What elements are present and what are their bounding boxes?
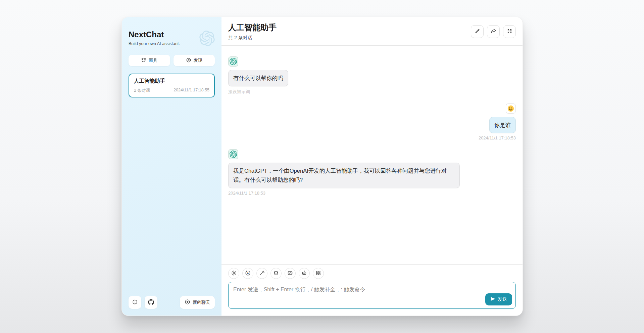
message-timestamp: 2024/11/1 17:18:53 — [479, 135, 516, 140]
robot-icon — [301, 270, 307, 277]
message-bubble[interactable]: 你是谁 — [489, 117, 516, 133]
masks-button[interactable]: 面具 — [129, 55, 170, 66]
sidebar-nav: 面具 发现 — [129, 55, 215, 66]
composer-toolbar: A — [228, 268, 516, 279]
message-bubble[interactable]: 有什么可以帮你的吗 — [228, 70, 288, 86]
github-button[interactable] — [145, 296, 157, 309]
rename-button[interactable] — [471, 25, 484, 38]
app-subtitle: Build your own AI assistant. — [129, 41, 180, 46]
share-icon — [491, 28, 496, 35]
settings-gear-icon — [231, 270, 237, 277]
settings-button[interactable] — [129, 296, 141, 309]
nextchat-window: NextChat Build your own AI assistant. 面具… — [121, 17, 523, 316]
chat-item-count: 2 条对话 — [134, 88, 150, 93]
settings-icon — [132, 299, 138, 306]
chat-input[interactable] — [228, 282, 516, 309]
mask-select-button[interactable] — [270, 268, 282, 279]
pencil-icon — [475, 28, 480, 35]
new-chat-label: 新的聊天 — [193, 299, 210, 305]
prompt-hints-button[interactable] — [256, 268, 267, 279]
share-button[interactable] — [487, 25, 500, 38]
discover-icon — [186, 57, 191, 64]
theme-toggle-button[interactable]: A — [242, 268, 253, 279]
model-select-button[interactable] — [299, 268, 310, 279]
bot-avatar-openai-icon — [228, 56, 238, 67]
magic-wand-icon — [259, 270, 265, 277]
chat-settings-button[interactable] — [228, 268, 239, 279]
plugins-button[interactable] — [313, 268, 324, 279]
chat-header: 人工智能助手 共 2 条对话 — [221, 17, 523, 46]
message-timestamp: 2024/11/1 17:18:53 — [228, 191, 265, 196]
nextchat-logo-icon — [199, 31, 215, 46]
discover-button[interactable]: 发现 — [174, 55, 215, 66]
message-bubble[interactable]: 我是ChatGPT，一个由OpenAI开发的人工智能助手，我可以回答各种问题并与… — [228, 163, 460, 188]
masks-button-label: 面具 — [149, 57, 157, 64]
chat-list: 人工智能助手 2 条对话 2024/11/1 17:18:55 — [129, 74, 215, 97]
theme-auto-icon: A — [245, 270, 251, 277]
send-button[interactable]: 发送 — [485, 293, 512, 305]
sidebar-header: NextChat Build your own AI assistant. — [129, 30, 215, 46]
chat-item-time: 2024/11/1 17:18:55 — [174, 88, 209, 93]
message-list[interactable]: 有什么可以帮你的吗 预设提示词 你是谁 2024/11/1 17:18:53 — [221, 46, 523, 264]
app-title: NextChat — [129, 30, 180, 39]
mask-icon — [141, 57, 146, 64]
svg-text:A: A — [247, 272, 249, 275]
chat-list-item-selected[interactable]: 人工智能助手 2 条对话 2024/11/1 17:18:55 — [129, 74, 215, 97]
sidebar: NextChat Build your own AI assistant. 面具… — [122, 17, 221, 316]
bot-message: 我是ChatGPT，一个由OpenAI开发的人工智能助手，我可以回答各种问题并与… — [228, 149, 516, 195]
github-icon — [148, 299, 154, 306]
fullscreen-icon — [507, 28, 512, 35]
bot-avatar-openai-icon — [228, 149, 238, 159]
mask-icon — [273, 270, 279, 277]
clear-context-icon — [287, 270, 293, 277]
clear-context-button[interactable] — [285, 268, 296, 279]
sidebar-footer: 新的聊天 — [129, 296, 215, 309]
grid-icon — [315, 270, 321, 277]
fullscreen-button[interactable] — [503, 25, 516, 38]
plus-circle-icon — [185, 299, 190, 306]
bot-message: 有什么可以帮你的吗 预设提示词 — [228, 56, 516, 95]
discover-button-label: 发现 — [194, 57, 202, 64]
user-avatar-smiley-icon — [506, 103, 516, 114]
composer: A — [221, 264, 523, 316]
chat-message-count: 共 2 条对话 — [228, 35, 277, 41]
user-message: 你是谁 2024/11/1 17:18:53 — [228, 103, 516, 141]
new-chat-button[interactable]: 新的聊天 — [180, 296, 215, 309]
chat-item-title: 人工智能助手 — [134, 78, 209, 85]
chat-panel: 人工智能助手 共 2 条对话 — [221, 17, 523, 316]
chat-title[interactable]: 人工智能助手 — [228, 22, 277, 33]
preset-prompt-hint: 预设提示词 — [228, 89, 250, 95]
send-plane-icon — [490, 296, 495, 302]
send-button-label: 发送 — [498, 296, 507, 302]
